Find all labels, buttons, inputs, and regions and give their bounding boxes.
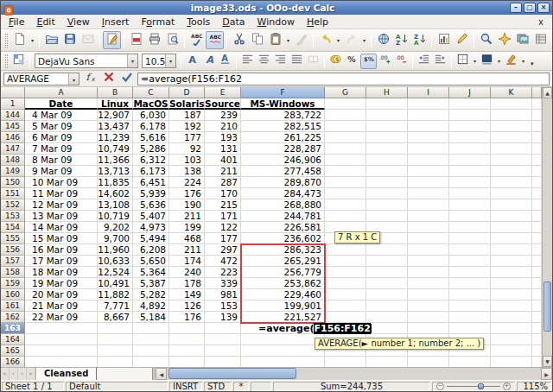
cell-F153[interactable]: 244,781 (241, 211, 325, 222)
vertical-scroll-thumb[interactable] (543, 281, 551, 332)
row-header-158[interactable]: 158 (1, 267, 25, 278)
cell-A149[interactable]: 9 Mar 09 (25, 166, 98, 177)
cell-K156[interactable] (491, 244, 532, 256)
cell-K155[interactable] (491, 233, 532, 244)
cell-H166[interactable] (366, 357, 408, 367)
cell-K165[interactable] (491, 345, 532, 357)
cell-J163[interactable] (449, 323, 491, 334)
cell-D150[interactable]: 224 (169, 177, 205, 188)
cell-K154[interactable] (491, 222, 532, 233)
row-header-146[interactable]: 146 (1, 132, 25, 143)
cell-C1[interactable]: MacOS (133, 98, 169, 110)
cell-D153[interactable]: 211 (169, 211, 205, 222)
cell-G153[interactable] (325, 211, 366, 222)
cell-J153[interactable] (449, 211, 491, 222)
cell-K146[interactable] (491, 132, 532, 143)
cell-F1[interactable]: MS-Windows (241, 98, 325, 110)
cell-A153[interactable]: 13 Mar 09 (25, 211, 98, 222)
new-document-button[interactable] (10, 31, 29, 49)
cell-I145[interactable] (408, 121, 449, 132)
cell-K144[interactable] (491, 110, 532, 121)
cell-J152[interactable] (449, 199, 491, 211)
cell-H163[interactable] (366, 323, 408, 334)
sort-descending-button[interactable]: ZA (410, 31, 429, 49)
cell-B158[interactable]: 12,524 (98, 267, 133, 278)
toolbar-grip[interactable] (5, 34, 8, 47)
cell-F151[interactable]: 284,473 (241, 188, 325, 199)
sheet-tab-cleansed[interactable]: Cleansed (35, 368, 97, 380)
cell-F155[interactable]: 236,602 (241, 233, 325, 244)
cell-K148[interactable] (491, 155, 532, 166)
cell-G146[interactable] (325, 132, 366, 143)
row-header-165[interactable]: 165 (1, 345, 25, 357)
cell-B155[interactable]: 9,700 (98, 233, 133, 244)
cell-J144[interactable] (449, 110, 491, 121)
cell-H149[interactable] (366, 166, 408, 177)
cell-D156[interactable]: 211 (169, 244, 205, 256)
row-header-166[interactable]: 166 (1, 357, 25, 367)
cell-D165[interactable] (169, 345, 205, 357)
cell-F157[interactable]: 265,291 (241, 256, 325, 267)
row-header-148[interactable]: 148 (1, 155, 25, 166)
cell-I154[interactable] (408, 222, 449, 233)
column-header-C[interactable]: C (133, 87, 169, 98)
cell-J155[interactable] (449, 233, 491, 244)
cell-A145[interactable]: 5 Mar 09 (25, 121, 98, 132)
cell-J161[interactable] (449, 300, 491, 312)
menu-format[interactable]: Format (135, 16, 181, 28)
cell-K160[interactable] (491, 289, 532, 300)
cell-J154[interactable] (449, 222, 491, 233)
cell-E163[interactable] (205, 323, 241, 334)
cell-H153[interactable] (366, 211, 408, 222)
cell-H159[interactable] (366, 278, 408, 289)
cell-J1[interactable] (449, 98, 491, 110)
cell-I153[interactable] (408, 211, 449, 222)
cell-K166[interactable] (491, 357, 532, 367)
background-color-dropdown[interactable]: ▾ (495, 58, 503, 64)
cell-E166[interactable] (205, 357, 241, 367)
cell-C165[interactable] (133, 345, 169, 357)
cell-D144[interactable]: 187 (169, 110, 205, 121)
cell-J160[interactable] (449, 289, 491, 300)
cell-K161[interactable] (491, 300, 532, 312)
sum-status[interactable]: Sum=244,735 (273, 382, 430, 391)
increase-indent-button[interactable] (432, 54, 448, 69)
underline-button[interactable]: A (217, 54, 233, 69)
cell-I149[interactable] (408, 166, 449, 177)
delete-decimal-button[interactable]: .00 (393, 54, 410, 69)
cell-G159[interactable] (325, 278, 366, 289)
close-button[interactable]: × (537, 3, 550, 13)
cell-C159[interactable]: 5,387 (133, 278, 169, 289)
cell-H145[interactable] (366, 121, 408, 132)
cell-E152[interactable]: 215 (205, 199, 241, 211)
cell-K153[interactable] (491, 211, 532, 222)
font-size-combo[interactable]: 10.5 ▾ (142, 54, 176, 68)
cell-C148[interactable]: 6,312 (133, 155, 169, 166)
horizontal-scrollbar[interactable]: ◀ ▶ (156, 368, 552, 380)
cell-I157[interactable] (408, 256, 449, 267)
row-header-163[interactable]: 163 (1, 323, 25, 334)
cell-D155[interactable]: 468 (169, 233, 205, 244)
cell-C149[interactable]: 6,173 (133, 166, 169, 177)
cell-C162[interactable]: 5,184 (133, 312, 169, 323)
redo-dropdown[interactable]: ▾ (360, 37, 368, 43)
cell-D162[interactable]: 176 (169, 312, 205, 323)
row-header-160[interactable]: 160 (1, 289, 25, 300)
scroll-up-button[interactable]: ▲ (543, 87, 552, 98)
cell-F164[interactable] (241, 334, 325, 345)
cell-F154[interactable]: 226,581 (241, 222, 325, 233)
print-button[interactable] (145, 31, 163, 49)
cell-H158[interactable] (366, 267, 408, 278)
cell-A150[interactable]: 10 Mar 09 (25, 177, 98, 188)
sort-ascending-button[interactable]: AZ (392, 31, 410, 49)
cell-H151[interactable] (366, 188, 408, 199)
align-justify-button[interactable] (289, 54, 305, 69)
maximize-button[interactable]: □ (524, 3, 536, 13)
cell-G152[interactable] (325, 199, 366, 211)
cell-H162[interactable] (366, 312, 408, 323)
undo-button[interactable] (316, 31, 334, 49)
cell-E149[interactable]: 211 (205, 166, 241, 177)
name-box-dropdown[interactable]: ▾ (68, 73, 79, 85)
function-wizard-button[interactable]: fx (81, 70, 99, 88)
cell-E155[interactable]: 177 (205, 233, 241, 244)
